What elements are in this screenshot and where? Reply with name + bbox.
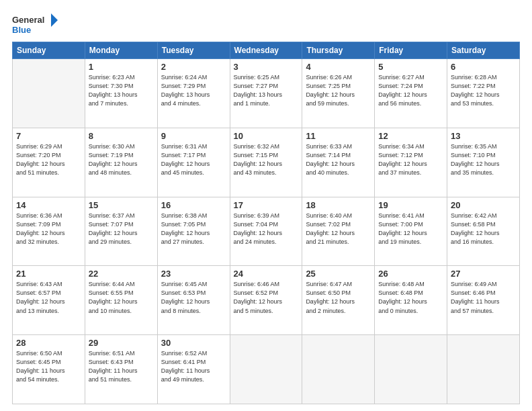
day-number: 9 — [161, 131, 226, 141]
day-info: Sunrise: 6:41 AM Sunset: 7:00 PM Dayligh… — [378, 212, 443, 246]
day-info: Sunrise: 6:34 AM Sunset: 7:12 PM Dayligh… — [378, 142, 443, 177]
day-cell: 16Sunrise: 6:38 AM Sunset: 7:05 PM Dayli… — [157, 197, 230, 266]
column-header-friday: Friday — [375, 42, 447, 59]
day-number: 30 — [161, 338, 226, 348]
svg-marker-2 — [51, 13, 58, 27]
day-number: 27 — [451, 269, 516, 279]
day-number: 28 — [16, 338, 81, 348]
day-number: 5 — [378, 62, 443, 72]
day-cell: 29Sunrise: 6:51 AM Sunset: 6:43 PM Dayli… — [85, 335, 157, 404]
day-info: Sunrise: 6:50 AM Sunset: 6:45 PM Dayligh… — [16, 349, 81, 384]
day-info: Sunrise: 6:44 AM Sunset: 6:55 PM Dayligh… — [89, 280, 154, 315]
day-cell: 26Sunrise: 6:48 AM Sunset: 6:48 PM Dayli… — [375, 266, 447, 335]
day-cell: 12Sunrise: 6:34 AM Sunset: 7:12 PM Dayli… — [375, 128, 447, 197]
day-cell: 1Sunrise: 6:23 AM Sunset: 7:30 PM Daylig… — [85, 59, 157, 128]
day-number: 1 — [89, 62, 154, 72]
day-info: Sunrise: 6:25 AM Sunset: 7:27 PM Dayligh… — [234, 73, 299, 108]
calendar-table: SundayMondayTuesdayWednesdayThursdayFrid… — [12, 42, 520, 404]
day-info: Sunrise: 6:49 AM Sunset: 6:46 PM Dayligh… — [451, 280, 516, 315]
day-cell: 3Sunrise: 6:25 AM Sunset: 7:27 PM Daylig… — [230, 59, 302, 128]
day-number: 15 — [89, 200, 154, 210]
day-cell: 14Sunrise: 6:36 AM Sunset: 7:09 PM Dayli… — [13, 197, 85, 266]
day-info: Sunrise: 6:38 AM Sunset: 7:05 PM Dayligh… — [161, 212, 226, 246]
day-info: Sunrise: 6:30 AM Sunset: 7:19 PM Dayligh… — [89, 142, 154, 177]
day-number: 10 — [234, 131, 299, 141]
day-cell: 21Sunrise: 6:43 AM Sunset: 6:57 PM Dayli… — [13, 266, 85, 335]
day-number: 3 — [234, 62, 299, 72]
day-number: 22 — [89, 269, 154, 279]
day-cell: 9Sunrise: 6:31 AM Sunset: 7:17 PM Daylig… — [157, 128, 230, 197]
day-number: 19 — [378, 200, 443, 210]
week-row-5: 28Sunrise: 6:50 AM Sunset: 6:45 PM Dayli… — [13, 335, 520, 404]
day-info: Sunrise: 6:35 AM Sunset: 7:10 PM Dayligh… — [451, 142, 516, 177]
svg-text:General: General — [12, 15, 44, 25]
day-info: Sunrise: 6:31 AM Sunset: 7:17 PM Dayligh… — [161, 142, 226, 177]
day-cell: 25Sunrise: 6:47 AM Sunset: 6:50 PM Dayli… — [302, 266, 375, 335]
day-number: 26 — [378, 269, 443, 279]
header: General Blue — [12, 12, 520, 38]
day-cell: 15Sunrise: 6:37 AM Sunset: 7:07 PM Dayli… — [85, 197, 157, 266]
week-row-2: 7Sunrise: 6:29 AM Sunset: 7:20 PM Daylig… — [13, 128, 520, 197]
day-number: 6 — [451, 62, 516, 72]
column-header-monday: Monday — [85, 42, 157, 59]
day-number: 7 — [16, 131, 81, 141]
day-cell: 17Sunrise: 6:39 AM Sunset: 7:04 PM Dayli… — [230, 197, 302, 266]
day-info: Sunrise: 6:33 AM Sunset: 7:14 PM Dayligh… — [306, 142, 371, 177]
day-cell — [13, 59, 85, 128]
day-cell: 4Sunrise: 6:26 AM Sunset: 7:25 PM Daylig… — [302, 59, 375, 128]
day-number: 4 — [306, 62, 371, 72]
day-number: 8 — [89, 131, 154, 141]
day-cell — [375, 335, 447, 404]
day-info: Sunrise: 6:43 AM Sunset: 6:57 PM Dayligh… — [16, 280, 81, 315]
day-cell: 11Sunrise: 6:33 AM Sunset: 7:14 PM Dayli… — [302, 128, 375, 197]
day-cell: 5Sunrise: 6:27 AM Sunset: 7:24 PM Daylig… — [375, 59, 447, 128]
logo-svg: General Blue — [12, 12, 59, 38]
day-cell: 10Sunrise: 6:32 AM Sunset: 7:15 PM Dayli… — [230, 128, 302, 197]
day-info: Sunrise: 6:37 AM Sunset: 7:07 PM Dayligh… — [89, 212, 154, 246]
day-cell: 28Sunrise: 6:50 AM Sunset: 6:45 PM Dayli… — [13, 335, 85, 404]
day-info: Sunrise: 6:51 AM Sunset: 6:43 PM Dayligh… — [89, 349, 154, 384]
day-info: Sunrise: 6:45 AM Sunset: 6:53 PM Dayligh… — [161, 280, 226, 315]
day-number: 18 — [306, 200, 371, 210]
day-info: Sunrise: 6:28 AM Sunset: 7:22 PM Dayligh… — [451, 73, 516, 108]
day-info: Sunrise: 6:48 AM Sunset: 6:48 PM Dayligh… — [378, 280, 443, 315]
day-cell: 20Sunrise: 6:42 AM Sunset: 6:58 PM Dayli… — [447, 197, 520, 266]
day-cell: 27Sunrise: 6:49 AM Sunset: 6:46 PM Dayli… — [447, 266, 520, 335]
day-info: Sunrise: 6:29 AM Sunset: 7:20 PM Dayligh… — [16, 142, 81, 177]
day-info: Sunrise: 6:42 AM Sunset: 6:58 PM Dayligh… — [451, 212, 516, 246]
day-number: 29 — [89, 338, 154, 348]
calendar-header-row: SundayMondayTuesdayWednesdayThursdayFrid… — [13, 42, 520, 59]
day-number: 17 — [234, 200, 299, 210]
day-info: Sunrise: 6:39 AM Sunset: 7:04 PM Dayligh… — [234, 212, 299, 246]
day-number: 23 — [161, 269, 226, 279]
day-info: Sunrise: 6:26 AM Sunset: 7:25 PM Dayligh… — [306, 73, 371, 108]
day-info: Sunrise: 6:23 AM Sunset: 7:30 PM Dayligh… — [89, 73, 154, 108]
day-number: 25 — [306, 269, 371, 279]
day-cell — [230, 335, 302, 404]
column-header-wednesday: Wednesday — [230, 42, 302, 59]
column-header-saturday: Saturday — [447, 42, 520, 59]
column-header-sunday: Sunday — [13, 42, 85, 59]
day-info: Sunrise: 6:46 AM Sunset: 6:52 PM Dayligh… — [234, 280, 299, 315]
day-cell: 7Sunrise: 6:29 AM Sunset: 7:20 PM Daylig… — [13, 128, 85, 197]
week-row-3: 14Sunrise: 6:36 AM Sunset: 7:09 PM Dayli… — [13, 197, 520, 266]
day-number: 13 — [451, 131, 516, 141]
day-number: 2 — [161, 62, 226, 72]
day-cell — [302, 335, 375, 404]
day-cell: 8Sunrise: 6:30 AM Sunset: 7:19 PM Daylig… — [85, 128, 157, 197]
day-cell: 18Sunrise: 6:40 AM Sunset: 7:02 PM Dayli… — [302, 197, 375, 266]
day-info: Sunrise: 6:47 AM Sunset: 6:50 PM Dayligh… — [306, 280, 371, 315]
week-row-1: 1Sunrise: 6:23 AM Sunset: 7:30 PM Daylig… — [13, 59, 520, 128]
page: General Blue SundayMondayTuesdayWednesda… — [0, 0, 532, 411]
day-cell: 2Sunrise: 6:24 AM Sunset: 7:29 PM Daylig… — [157, 59, 230, 128]
day-info: Sunrise: 6:52 AM Sunset: 6:41 PM Dayligh… — [161, 349, 226, 384]
day-info: Sunrise: 6:27 AM Sunset: 7:24 PM Dayligh… — [378, 73, 443, 108]
day-number: 11 — [306, 131, 371, 141]
day-info: Sunrise: 6:32 AM Sunset: 7:15 PM Dayligh… — [234, 142, 299, 177]
column-header-tuesday: Tuesday — [157, 42, 230, 59]
day-cell: 6Sunrise: 6:28 AM Sunset: 7:22 PM Daylig… — [447, 59, 520, 128]
day-cell: 13Sunrise: 6:35 AM Sunset: 7:10 PM Dayli… — [447, 128, 520, 197]
column-header-thursday: Thursday — [302, 42, 375, 59]
day-number: 12 — [378, 131, 443, 141]
day-cell: 30Sunrise: 6:52 AM Sunset: 6:41 PM Dayli… — [157, 335, 230, 404]
